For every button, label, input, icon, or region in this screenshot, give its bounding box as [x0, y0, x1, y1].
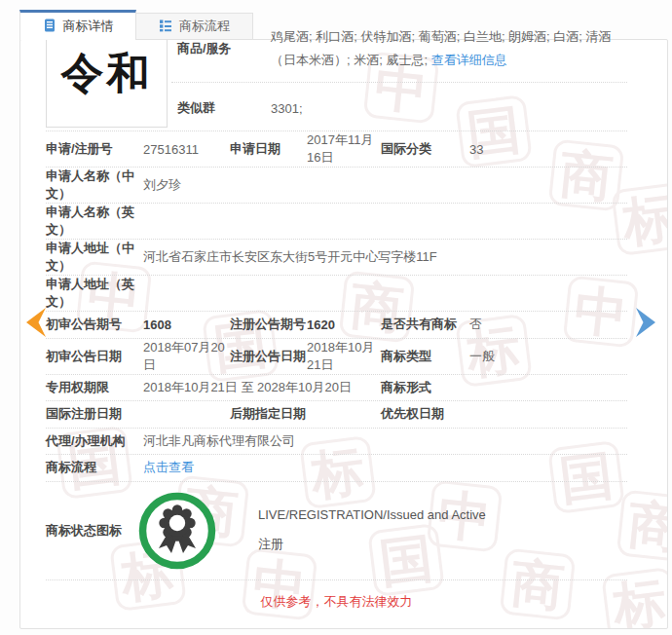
table-row: 国际注册日期 后期指定日期 优先权日期 [46, 401, 627, 429]
tab-bar: 商标详情 商标流程 [19, 10, 253, 40]
field-label: 申请人名称（中文） [46, 168, 143, 203]
detail-content: 令和 商品/服务 鸡尾酒; 利口酒; 伏特加酒; 葡萄酒; 白兰地; 朗姆酒; … [46, 19, 627, 635]
field-value: 1620 [307, 318, 381, 332]
tab-label: 商标流程 [179, 18, 230, 35]
field-label: 申请人地址（中文） [46, 240, 143, 275]
field-label: 注册公告期号 [230, 316, 307, 333]
goods-services-label: 商品/服务 [171, 40, 271, 57]
field-value: 2018年10月21日 [307, 339, 381, 374]
similar-group-row: 类似群 3301; [171, 83, 627, 131]
field-value: 2017年11月16日 [307, 131, 381, 167]
previous-arrow-button[interactable] [25, 307, 47, 341]
field-label: 初审公告期号 [46, 316, 143, 333]
status-label: 商标状态图标 [46, 522, 143, 540]
field-value: 河北非凡商标代理有限公司 [143, 432, 627, 450]
chevron-left-icon [25, 326, 47, 341]
field-value: 2018年07月20日 [143, 339, 230, 374]
field-label: 申请人地址（英文） [46, 276, 143, 311]
field-label: 国际注册日期 [46, 405, 143, 423]
disclaimer-text: 仅供参考，不具有法律效力 [46, 580, 627, 628]
field-label: 申请人名称（英文） [46, 204, 143, 239]
table-row: 申请人地址（中文） 河北省石家庄市长安区东大街5号开元中心写字楼11F [46, 240, 627, 276]
status-line-cn: 注册 [258, 536, 486, 553]
table-row: 商标流程 点击查看 [46, 455, 627, 482]
field-label: 初审公告日期 [46, 348, 143, 365]
table-row: 初审公告日期 2018年07月20日 注册公告日期 2018年10月21日 商标… [46, 339, 627, 375]
field-value: 一般 [469, 348, 627, 365]
table-row: 申请人名称（中文） 刘夕珍 [46, 168, 627, 204]
status-line-en: LIVE/REGISTRATION/Issued and Active [258, 507, 486, 522]
document-icon [43, 19, 56, 35]
table-row: 初审公告期号 1608 注册公告期号 1620 是否共有商标 否 [46, 312, 627, 339]
chevron-right-icon [635, 326, 656, 341]
field-value: 1608 [143, 318, 230, 332]
field-label: 专用权期限 [46, 379, 143, 396]
view-details-link[interactable]: 查看详细信息 [431, 53, 507, 67]
field-value: 刘夕珍 [143, 176, 627, 194]
tab-trademark-process[interactable]: 商标流程 [136, 13, 253, 40]
list-icon [159, 19, 172, 35]
tab-label: 商标详情 [63, 18, 114, 35]
table-row: 申请人地址（英文） [46, 276, 627, 312]
field-label: 代理/办理机构 [46, 432, 143, 450]
view-process-link[interactable]: 点击查看 [143, 459, 627, 476]
tab-trademark-details[interactable]: 商标详情 [19, 10, 136, 40]
table-row: 申请/注册号 27516311 申请日期 2017年11月16日 国际分类 33 [46, 131, 627, 168]
similar-group-value: 3301; [271, 101, 303, 116]
next-arrow-button[interactable] [635, 307, 656, 341]
field-label: 是否共有商标 [381, 316, 469, 333]
goods-services-value: 鸡尾酒; 利口酒; 伏特加酒; 葡萄酒; 白兰地; 朗姆酒; 白酒; 清酒（日本… [271, 25, 627, 72]
field-label: 注册公告日期 [230, 348, 307, 365]
trademark-mark-text: 令和 [61, 45, 153, 102]
table-row: 代理/办理机构 河北非凡商标代理有限公司 [46, 429, 627, 456]
field-value: 否 [469, 316, 627, 333]
field-label: 申请/注册号 [46, 140, 143, 158]
field-label: 商标形式 [381, 379, 469, 396]
field-label: 商标流程 [46, 459, 143, 476]
registered-badge-icon [137, 491, 217, 571]
field-label: 后期指定日期 [230, 405, 307, 423]
field-value: 2018年10月21日 至 2028年10月20日 [143, 379, 381, 396]
field-label: 国际分类 [381, 140, 469, 158]
field-label: 商标类型 [381, 348, 469, 365]
similar-group-label: 类似群 [171, 99, 271, 117]
table-row: 专用权期限 2018年10月21日 至 2028年10月20日 商标形式 [46, 375, 627, 402]
field-value: 33 [469, 142, 627, 157]
trademark-status-row: 商标状态图标 LIVE/REGISTRATION/Issued and Acti… [46, 482, 627, 580]
field-label: 优先权日期 [381, 405, 469, 423]
field-label: 申请日期 [230, 140, 307, 158]
field-value: 河北省石家庄市长安区东大街5号开元中心写字楼11F [143, 248, 627, 266]
table-row: 申请人名称（英文） [46, 204, 627, 240]
field-value: 27516311 [143, 142, 230, 157]
